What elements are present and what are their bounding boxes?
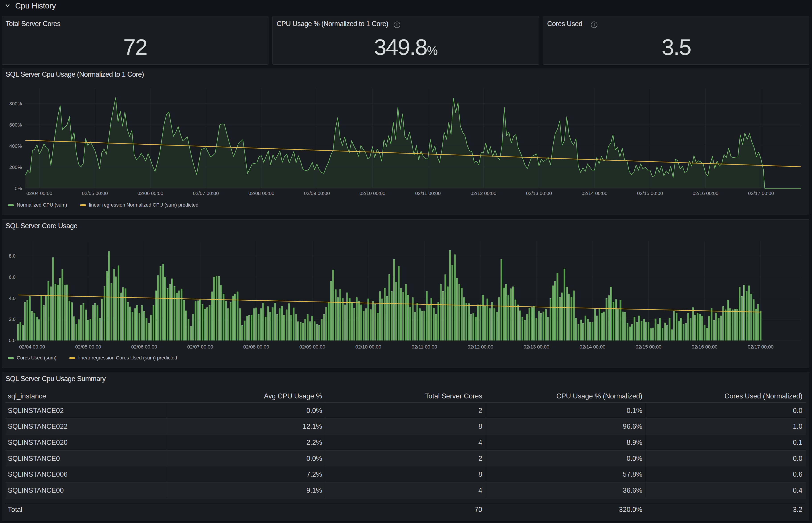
svg-text:02/07 00:00: 02/07 00:00 bbox=[187, 344, 213, 350]
svg-text:02/14 00:00: 02/14 00:00 bbox=[582, 191, 607, 196]
svg-text:02/06 00:00: 02/06 00:00 bbox=[131, 344, 157, 350]
svg-text:02/17 00:00: 02/17 00:00 bbox=[748, 344, 773, 350]
svg-text:02/10 00:00: 02/10 00:00 bbox=[355, 344, 381, 350]
svg-text:02/17 00:00: 02/17 00:00 bbox=[748, 191, 774, 196]
svg-text:02/04 00:00: 02/04 00:00 bbox=[19, 344, 45, 350]
svg-text:02/16 00:00: 02/16 00:00 bbox=[693, 191, 718, 196]
svg-text:0.0: 0.0 bbox=[9, 338, 16, 343]
svg-text:200%: 200% bbox=[10, 164, 22, 170]
svg-text:6.0: 6.0 bbox=[9, 274, 16, 280]
svg-text:400%: 400% bbox=[10, 143, 22, 149]
svg-text:0%: 0% bbox=[15, 186, 22, 191]
svg-text:02/06 00:00: 02/06 00:00 bbox=[137, 191, 163, 196]
svg-text:02/12 00:00: 02/12 00:00 bbox=[467, 344, 493, 350]
svg-text:02/07 00:00: 02/07 00:00 bbox=[193, 191, 219, 196]
svg-text:02/15 00:00: 02/15 00:00 bbox=[635, 344, 661, 350]
svg-text:02/12 00:00: 02/12 00:00 bbox=[470, 191, 496, 196]
svg-text:02/09 00:00: 02/09 00:00 bbox=[299, 344, 325, 350]
svg-text:02/13 00:00: 02/13 00:00 bbox=[523, 344, 549, 350]
svg-text:02/14 00:00: 02/14 00:00 bbox=[579, 344, 605, 350]
svg-text:800%: 800% bbox=[10, 101, 22, 107]
svg-text:02/13 00:00: 02/13 00:00 bbox=[526, 191, 552, 196]
svg-text:02/16 00:00: 02/16 00:00 bbox=[692, 344, 718, 350]
svg-text:02/05 00:00: 02/05 00:00 bbox=[75, 344, 101, 350]
svg-text:02/05 00:00: 02/05 00:00 bbox=[82, 191, 108, 196]
svg-text:02/04 00:00: 02/04 00:00 bbox=[26, 191, 52, 196]
svg-text:02/08 00:00: 02/08 00:00 bbox=[243, 344, 269, 350]
svg-text:2.0: 2.0 bbox=[9, 317, 16, 322]
svg-text:02/15 00:00: 02/15 00:00 bbox=[637, 191, 663, 196]
svg-text:8.0: 8.0 bbox=[9, 253, 16, 259]
svg-text:4.0: 4.0 bbox=[9, 295, 16, 301]
svg-text:02/09 00:00: 02/09 00:00 bbox=[304, 191, 330, 196]
svg-text:02/11 00:00: 02/11 00:00 bbox=[415, 191, 441, 196]
svg-text:02/10 00:00: 02/10 00:00 bbox=[359, 191, 385, 196]
svg-text:600%: 600% bbox=[10, 122, 22, 128]
svg-text:02/08 00:00: 02/08 00:00 bbox=[248, 191, 274, 196]
svg-text:02/11 00:00: 02/11 00:00 bbox=[412, 344, 437, 350]
